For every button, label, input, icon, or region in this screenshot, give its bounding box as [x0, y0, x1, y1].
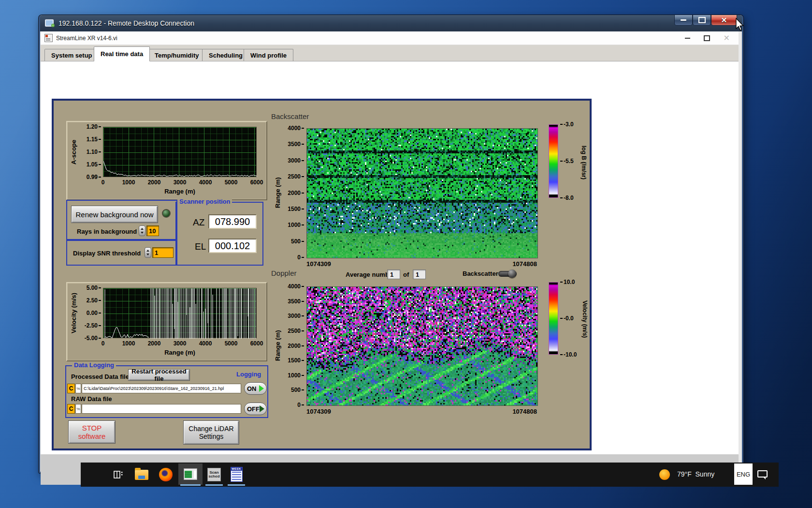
tick-label: 2.50: [87, 297, 101, 304]
tick-label: 0: [102, 340, 105, 347]
tab-real-time-data[interactable]: Real time data: [94, 46, 150, 61]
average-number-field[interactable]: 1: [387, 269, 400, 279]
restart-processed-file-button[interactable]: Restart processed file: [128, 369, 190, 381]
backscatter-toggle-label: Backscatter: [463, 270, 498, 277]
rdc-window-title: 192.168.0.122 - Remote Desktop Connectio…: [58, 19, 194, 27]
el-label: EL: [195, 241, 206, 252]
tick-label: 0: [297, 254, 304, 261]
stop-line2: software: [78, 432, 106, 440]
tick-label: 0.99: [87, 174, 101, 180]
velocity-plot: [103, 288, 257, 338]
raw-logging-off-button[interactable]: OFF: [244, 403, 267, 415]
streamline-app-button[interactable]: [178, 463, 203, 485]
tick-label: 3000: [174, 179, 187, 186]
tick-label: 0.00: [87, 310, 101, 316]
raw-path-field[interactable]: [82, 404, 241, 414]
language-indicator[interactable]: ENG: [734, 463, 753, 485]
tick-label: 1.20: [87, 123, 101, 130]
snr-value-field[interactable]: 1: [152, 247, 174, 258]
doppler-yticks: 40003500300025002000150010005000: [283, 286, 304, 405]
tick-label: 1000: [288, 222, 304, 228]
velocity-graph: Velocity (m/s) 5.002.500.00-2.50-5.00 01…: [66, 282, 267, 361]
scan-scheduler-button[interactable]: Scan sched: [205, 466, 223, 483]
doppler-scale-ticks: 10.0-0.0-10.0: [560, 282, 582, 355]
rdc-close-button[interactable]: ✕: [711, 15, 737, 26]
close-icon: ✕: [721, 16, 727, 25]
scale-tick-label: -8.0: [560, 194, 574, 201]
on-led-icon: [259, 385, 264, 392]
tick-label: 500: [291, 387, 304, 393]
tick-label: 2500: [288, 328, 304, 334]
rays-value-field[interactable]: 10: [146, 225, 159, 236]
weather-text[interactable]: 79°F Sunny: [677, 470, 714, 478]
rdc-maximize-button[interactable]: [693, 15, 711, 26]
streamline-app-icon: [184, 468, 197, 480]
ascope-graph: A-scope 1.201.151.101.050.99 01000200030…: [66, 121, 267, 200]
tab-wind-profile[interactable]: Wind profile: [244, 49, 293, 61]
renew-background-button[interactable]: Renew background now: [71, 206, 158, 223]
renew-led-indicator: [162, 209, 171, 218]
week-schedule-button[interactable]: WEEK: [228, 465, 245, 483]
processed-logging-on-button[interactable]: ON: [244, 382, 267, 395]
processed-data-file-label: Processed Data file: [71, 373, 129, 380]
app-close-icon[interactable]: ✕: [724, 34, 730, 42]
tab-temp-humidity[interactable]: Temp/humidity: [148, 49, 205, 61]
app-minimize-icon[interactable]: [685, 38, 690, 39]
app-titlebar[interactable]: StreamLine XR v14-6.vi: [41, 31, 739, 45]
backscatter-toggle-switch[interactable]: [498, 271, 517, 277]
stop-software-button[interactable]: STOP software: [68, 420, 116, 444]
ascope-ylabel: A-scope: [70, 127, 77, 177]
rdc-minimize-button[interactable]: [674, 15, 693, 26]
processed-browse-icon[interactable]: %: [75, 384, 81, 393]
background-box: Renew background now Rays in background …: [66, 200, 177, 240]
tick-label: 2000: [288, 190, 304, 196]
doppler-color-scale[interactable]: [549, 282, 558, 355]
backscatter-ylabel: Range (m): [274, 128, 281, 257]
app-window-buttons: ✕: [685, 31, 730, 45]
average-total-field[interactable]: 1: [413, 269, 426, 279]
change-lidar-settings-button[interactable]: Change LiDAR Settings: [183, 420, 239, 445]
tick-label: 3000: [174, 340, 187, 347]
tick-label: 6000: [250, 179, 263, 186]
mouse-cursor: [735, 18, 745, 31]
rays-spinner[interactable]: [139, 225, 145, 236]
scale-tick-label: -10.0: [560, 351, 577, 358]
of-label: of: [403, 271, 409, 278]
tick-label: 1.15: [87, 136, 101, 143]
rdc-titlebar[interactable]: 192.168.0.122 - Remote Desktop Connectio…: [40, 15, 742, 31]
ascope-xticks: 0100020003000400050006000: [103, 179, 257, 186]
week-schedule-icon: WEEK: [231, 467, 243, 482]
processed-drive-selector[interactable]: C: [67, 384, 75, 393]
tab-scheduling[interactable]: Scheduling: [202, 49, 249, 61]
weather-widget[interactable]: [659, 469, 670, 480]
raw-browse-icon[interactable]: %: [75, 404, 81, 414]
snr-spinner[interactable]: [145, 247, 151, 258]
notification-icon[interactable]: [757, 470, 768, 478]
tick-label: 2500: [288, 173, 304, 180]
velocity-yticks: 5.002.500.00-2.50-5.00: [78, 288, 101, 338]
data-logging-box: Processed Data file Restart processed fi…: [65, 365, 268, 418]
el-value-field[interactable]: 000.102: [208, 239, 257, 253]
firefox-button[interactable]: [156, 466, 175, 483]
file-explorer-icon: [135, 470, 148, 480]
raw-drive-selector[interactable]: C: [67, 404, 75, 414]
file-explorer-button[interactable]: [132, 466, 151, 483]
tick-label: 5.00: [87, 284, 101, 291]
snr-box: Display SNR threshold 1: [66, 240, 177, 266]
az-value-field[interactable]: 078.990: [208, 214, 257, 229]
backscatter-color-scale[interactable]: [549, 124, 558, 198]
doppler-x-end: 1074808: [508, 408, 537, 415]
tick-label: 1.10: [87, 149, 101, 155]
backscatter-x-end: 1074808: [508, 260, 537, 268]
task-view-button[interactable]: [110, 466, 127, 483]
doppler-scale-label: Velocity (m/s): [581, 290, 588, 348]
scale-tick-label: -3.0: [560, 121, 574, 128]
app-restore-icon[interactable]: [704, 35, 710, 41]
processed-path-field[interactable]: C:\Lidar\Data\Proc\2023\202309\20230916\…: [82, 384, 241, 393]
tab-strip: System setup Real time data Temp/humidit…: [41, 45, 739, 61]
tick-label: 6000: [250, 340, 263, 347]
velocity-ylabel: Velocity (m/s): [70, 288, 77, 338]
doppler-heatmap: [306, 286, 538, 406]
task-view-icon: [113, 469, 124, 480]
tab-system-setup[interactable]: System setup: [44, 49, 99, 61]
